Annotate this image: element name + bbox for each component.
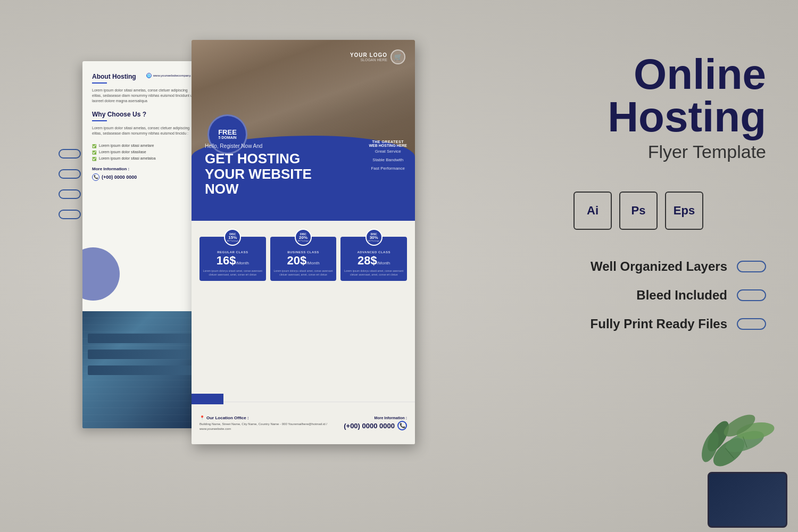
feature-item-2: Bleed Included xyxy=(511,288,766,303)
server-unit-2 xyxy=(88,350,200,359)
feature-label-2: Bleed Included xyxy=(636,288,727,303)
about-text: Lorem ipsum dolor sitasi ametas, conse c… xyxy=(92,88,195,103)
heading-line2: YOUR WEBSITE NOW xyxy=(205,167,335,197)
more-info-label: More Information : xyxy=(92,167,195,171)
footer-phone: (+00) 0000 0000 📞 xyxy=(344,421,407,430)
format-badge-eps: Eps xyxy=(665,192,703,230)
why-text: Lorem ipsum dolor sitasi ametas, consec … xyxy=(92,126,195,136)
check-text-3: Lorem ipsum dolor sitasi ametaloa xyxy=(99,156,156,160)
pricing-cards: DISC 15% All Package REGULAR CLASS 16$ /… xyxy=(200,232,407,281)
logo-icon: 🛒 xyxy=(390,49,405,64)
disc-badge-1: DISC 15% All Package xyxy=(224,229,241,246)
check-item-1: ✅ Lorem ipsum dolor sitasi ametare xyxy=(92,144,195,148)
subtitle-flyer-template: Flyer Template xyxy=(511,142,766,162)
price-display-2: 20$ /Month xyxy=(273,255,334,267)
side-decorations-left xyxy=(59,149,81,219)
features-list: Well Organized Layers Bleed Included Ful… xyxy=(511,259,766,331)
main-title-area: Online Hosting Flyer Template xyxy=(511,53,766,162)
server-image xyxy=(82,311,205,428)
logo-area: YOUR LOGO SLOGAN HERE 🛒 xyxy=(350,49,405,64)
check-icon-1: ✅ xyxy=(92,144,97,148)
register-text: Hello, Register Now And xyxy=(205,143,335,149)
service-3: Fast Performance xyxy=(369,164,407,173)
card-desc-2: Lorem ipsum doloryu sitasti amet, conse … xyxy=(273,269,334,277)
deco-line-3 xyxy=(59,189,81,199)
price-3: 28$ xyxy=(358,255,377,267)
pricing-area: DISC 15% All Package REGULAR CLASS 16$ /… xyxy=(192,221,415,281)
phone-number: (+00) 0000 0000 xyxy=(102,174,137,180)
disc-sub-2: All Package xyxy=(297,240,309,242)
check-icon-3: ✅ xyxy=(92,157,97,161)
format-eps-label: Eps xyxy=(674,204,695,218)
free-text: FREE xyxy=(218,129,237,136)
feature-label-1: Well Organized Layers xyxy=(591,259,727,274)
about-divider xyxy=(92,82,107,84)
format-badges: Ai Ps Eps xyxy=(511,192,766,230)
location-title: 📍 Our Location Office : xyxy=(200,415,344,420)
feature-line-2 xyxy=(737,289,766,301)
footer-phone-icon: 📞 xyxy=(397,421,407,430)
service-2: Stable Bandwith xyxy=(369,156,407,164)
check-item-3: ✅ Lorem ipsum dolor sitasi ametaloa xyxy=(92,156,195,161)
footer-contact: More Information : (+00) 0000 0000 📞 xyxy=(344,416,407,430)
greatest-label: THE GREATEST xyxy=(369,140,407,144)
feature-label-3: Fully Print Ready Files xyxy=(591,317,727,331)
logo-name: YOUR LOGO xyxy=(350,52,387,58)
phone-icon: 📞 xyxy=(92,173,99,181)
flyer-footer: 📍 Our Location Office : Building Name, S… xyxy=(192,402,415,444)
why-choose-section: Why Choose Us ? Lorem ipsum dolor sitasi… xyxy=(92,111,195,136)
check-text-2: Lorem ipsum dolor sitasilase xyxy=(99,150,146,154)
feature-line-1 xyxy=(737,261,766,272)
location-label: Our Location Office : xyxy=(206,415,249,420)
blue-accent-corner xyxy=(192,394,223,404)
service-1: Great Service xyxy=(369,147,407,156)
phone-line: 📞 (+00) 0000 0000 xyxy=(92,173,195,181)
footer-more-info: More Information : xyxy=(344,416,407,420)
right-tagline: THE GREATEST WEB HOSTING HERE Great Serv… xyxy=(369,140,407,173)
server-unit-3 xyxy=(88,365,200,375)
feature-item-1: Well Organized Layers xyxy=(511,259,766,274)
logo-slogan: SLOGAN HERE xyxy=(360,58,387,62)
deco-line-4 xyxy=(59,210,81,219)
right-panel: Online Hosting Flyer Template Ai Ps Eps … xyxy=(511,53,766,345)
price-display-3: 28$ /Month xyxy=(344,255,404,267)
why-divider xyxy=(92,120,107,121)
format-ps-label: Ps xyxy=(631,204,646,218)
page-wrapper: 🌐 www.yourwebsitecompany.com About Hosti… xyxy=(0,0,798,532)
period-3: /Month xyxy=(377,261,390,265)
footer-location: 📍 Our Location Office : Building Name, S… xyxy=(200,415,344,431)
plant-leaves-svg xyxy=(670,383,787,489)
deco-line-2 xyxy=(59,169,81,179)
disc-badge-2: DISC 20% All Package xyxy=(295,229,312,246)
flyer-heading: GET HOSTING YOUR WEBSITE NOW xyxy=(205,151,335,197)
services-list: Great Service Stable Bandwith Fast Perfo… xyxy=(369,147,407,173)
card-desc-3: Lorem ipsum doloryu sitasti amet, conse … xyxy=(344,269,404,277)
disc-sub-1: All Package xyxy=(227,240,238,242)
website-url: 🌐 www.yourwebsitecompany.com xyxy=(146,73,197,78)
disc-badge-3: DISC 30% All Package xyxy=(365,229,383,246)
price-2: 20$ xyxy=(287,255,306,267)
deco-line-1 xyxy=(59,149,81,159)
check-item-2: ✅ Lorem ipsum dolor sitasilase xyxy=(92,150,195,155)
feature-line-3 xyxy=(737,318,766,330)
front-flyer: YOUR LOGO SLOGAN HERE 🛒 FREE 5 DOMAIN He… xyxy=(192,40,415,444)
format-ai-label: Ai xyxy=(587,204,598,218)
format-badge-ps: Ps xyxy=(619,192,658,230)
back-flyer: 🌐 www.yourwebsitecompany.com About Hosti… xyxy=(82,61,205,428)
price-1: 16$ xyxy=(217,255,236,267)
pricing-card-1: DISC 15% All Package REGULAR CLASS 16$ /… xyxy=(200,237,266,281)
check-text-1: Lorem ipsum dolor sitasi ametare xyxy=(99,144,154,147)
logo-text: YOUR LOGO SLOGAN HERE xyxy=(350,52,387,62)
server-unit-1 xyxy=(88,334,200,343)
location-address: Building Name, Street Name, City Name, C… xyxy=(200,422,344,431)
feature-item-3: Fully Print Ready Files xyxy=(511,317,766,331)
check-items: ✅ Lorem ipsum dolor sitasi ametare ✅ Lor… xyxy=(92,144,195,161)
period-1: /Month xyxy=(236,261,248,265)
heading-line1: GET HOSTING xyxy=(205,151,335,167)
flyer-top-image: YOUR LOGO SLOGAN HERE 🛒 FREE 5 DOMAIN He… xyxy=(192,40,415,221)
pricing-card-2: DISC 20% All Package BUSINESS CLASS 20$ … xyxy=(270,237,337,281)
pricing-card-3: DISC 30% All Package ADVANCED CLASS 28$ … xyxy=(340,237,407,281)
title-online: Online xyxy=(511,53,766,96)
check-icon-2: ✅ xyxy=(92,151,97,155)
blue-curve-deco xyxy=(82,247,120,301)
